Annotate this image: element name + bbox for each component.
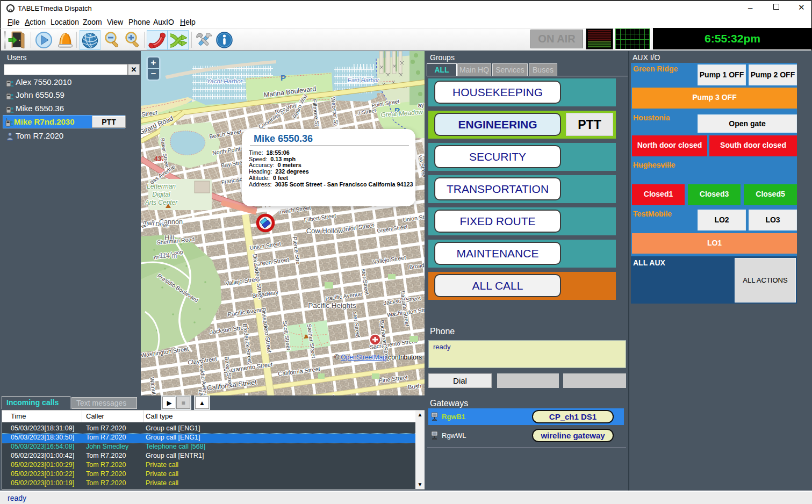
svg-text:Digital: Digital [152,191,170,198]
svg-text:ay S: ay S [417,100,425,109]
svg-text:Letterman: Letterman [147,183,176,190]
svg-text:East Harbor: East Harbor [348,77,380,83]
svg-text:P: P [281,73,286,82]
svg-text:Arts Center: Arts Center [145,199,178,206]
svg-text:Yacht Harbor: Yacht Harbor [207,78,243,84]
svg-text:Pacific Heights: Pacific Heights [308,301,356,309]
svg-text:Cow Hollow: Cow Hollow [306,227,343,235]
svg-text:114 m: 114 m [160,252,177,260]
